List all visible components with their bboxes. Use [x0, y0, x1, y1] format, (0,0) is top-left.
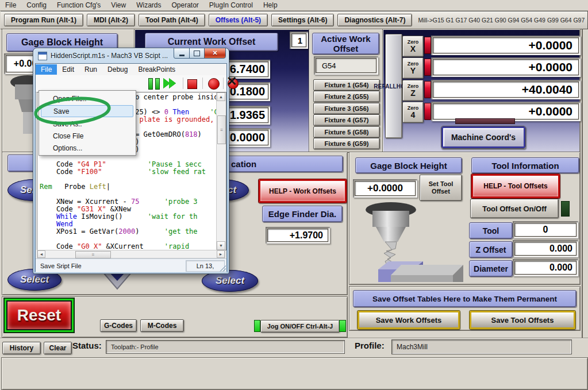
set-tool-offset-button[interactable]: Set Tool Offset [420, 175, 462, 201]
edge-finder-dia-dro[interactable]: +1.9700 [266, 227, 330, 244]
dialog-menu-debug[interactable]: Debug [102, 64, 133, 75]
machine-coords-button[interactable]: Machine Coord's [441, 126, 526, 149]
save-annotation-circle [31, 95, 117, 127]
pause-icon[interactable] [148, 78, 160, 90]
help-work-offsets-button[interactable]: HELP - Work Offsets [259, 179, 347, 203]
4-axis-led [424, 103, 431, 120]
jog-led-right [339, 320, 346, 332]
dialog-menu-run[interactable]: Run [79, 64, 102, 75]
status-label: Status: [72, 341, 102, 350]
abort-icon[interactable]: ✕ [226, 77, 239, 90]
tool-offset-toggle-button[interactable]: Tool Offset On/Off [470, 199, 559, 218]
zero-y-button[interactable]: ZeroY [402, 57, 424, 79]
scroll-left-icon[interactable]: ◄ [37, 250, 45, 258]
menu-view[interactable]: View [106, 1, 131, 9]
horizontal-scroll-thumb[interactable]: ≡ [75, 251, 111, 258]
fixture-2-button[interactable]: Fixture 2 (G55) [313, 91, 380, 102]
dialog-client-area: File Edit Run Debug BreakPoints ✕ [35, 63, 227, 272]
menu-config[interactable]: Config [21, 1, 52, 9]
machine-coords-led-bar [455, 118, 515, 124]
fixture-3-button[interactable]: Fixture 3 (G56) [313, 103, 380, 114]
scroll-down-icon[interactable]: ▼ [217, 241, 225, 250]
x-axis-led [424, 37, 431, 54]
work-offset-index-box[interactable]: 1 [290, 32, 308, 49]
menu-item-close-file[interactable]: Close File [41, 130, 133, 142]
gage-tool-panel: Gage Block Height +0.0000 Set Tool Offse… [349, 152, 581, 285]
edge-finder-dia-header: Edge Finder Dia. [262, 206, 343, 222]
editor-horizontal-scrollbar[interactable]: ◄ ≡ ► [37, 250, 225, 258]
ref-all-home-button[interactable]: REFALLHOME [385, 34, 402, 138]
vertical-scroll-thumb[interactable]: ≡ [217, 115, 226, 144]
mach3-offsets-screen: File Config Function Cfg's View Wizards … [0, 0, 588, 390]
diameter-dro[interactable]: 0.000 [513, 259, 578, 276]
z-axis-led [424, 81, 431, 98]
status-value-field: Toolpath:- Profile [106, 340, 345, 354]
fixture-1-button[interactable]: Fixture 1 (G54) [313, 79, 380, 91]
dialog-menu-edit[interactable]: Edit [57, 64, 79, 75]
fixture-4-button[interactable]: Fixture 4 (G57) [313, 114, 380, 126]
gcodes-button[interactable]: G-Codes [100, 319, 137, 332]
tab-offsets[interactable]: Offsets (Alt-5) [209, 14, 268, 26]
gage-block-dro[interactable]: +0.0000 [353, 179, 417, 198]
save-offsets-panel: Save Offset Tables Here to Make Them Per… [349, 286, 581, 331]
tool-offset-led [561, 201, 570, 217]
script-window-icon [38, 52, 47, 60]
z-axis-dro[interactable]: +40.0040 [431, 80, 581, 99]
tab-tool-path[interactable]: Tool Path (Alt-4) [139, 14, 205, 26]
status-band: History Clear Status: Toolpath:- Profile… [0, 338, 588, 357]
menu-item-options[interactable]: Options... [41, 142, 133, 154]
scroll-up-icon[interactable]: ▲ [217, 92, 225, 101]
dialog-title: HiddenScript.m1s - Mach3 VB Scipt ... [51, 52, 168, 60]
reset-button[interactable]: Reset [6, 300, 72, 330]
tab-diagnostics[interactable]: Diagnostics (Alt-7) [337, 14, 412, 26]
zero-x-button[interactable]: ZeroX [402, 36, 424, 57]
menu-help[interactable]: Help [258, 1, 283, 9]
tab-mdi[interactable]: MDI (Alt-2) [87, 14, 135, 26]
menu-operator[interactable]: Operator [167, 1, 204, 9]
tab-program-run[interactable]: Program Run (Alt-1) [4, 14, 83, 26]
clear-button[interactable]: Clear [44, 342, 72, 354]
history-button[interactable]: History [2, 342, 41, 354]
menu-wizards[interactable]: Wizards [131, 1, 166, 9]
vb-script-editor-dialog[interactable]: HiddenScript.m1s - Mach3 VB Scipt ... ✕ … [33, 48, 229, 274]
zero-z-button[interactable]: ZeroZ [402, 80, 424, 101]
tool-number-label: Tool [469, 222, 513, 239]
zero-4-button[interactable]: Zero4 [402, 102, 424, 123]
editor-vertical-scrollbar[interactable]: ▲ ≡ ▼ [216, 92, 226, 250]
reset-panel: Reset G-Codes M-Codes Jog ON/OFF Ctrl-Al… [2, 296, 348, 338]
minimize-icon[interactable] [174, 48, 190, 59]
tool-number-dro[interactable]: 0 [513, 221, 578, 238]
save-tool-offsets-button[interactable]: Save Tool Offsets [470, 311, 575, 329]
jog-toggle-button[interactable]: Jog ON/OFF Ctrl-Alt-J [260, 320, 340, 333]
z-offset-dro[interactable]: 0.000 [513, 240, 578, 257]
dialog-menu-file[interactable]: File [36, 64, 57, 75]
mcodes-button[interactable]: M-Codes [140, 319, 184, 332]
app-menu-bar: File Config Function Cfg's View Wizards … [0, 0, 588, 11]
menu-function-cfgs[interactable]: Function Cfg's [52, 1, 106, 9]
dialog-menu-breakpoints[interactable]: BreakPoints [133, 64, 180, 75]
save-work-offsets-button[interactable]: Save Work Offsets [358, 311, 460, 329]
scroll-right-icon[interactable]: ► [217, 250, 225, 258]
maximize-icon[interactable] [189, 48, 205, 59]
menu-file[interactable]: File [0, 1, 21, 9]
gage-block-height-header: Gage Block Height [355, 157, 462, 173]
x-axis-dro[interactable]: +0.0000 [431, 36, 581, 55]
tab-settings[interactable]: Settings (Alt-6) [271, 14, 334, 26]
drill-tool-graphic [355, 202, 464, 282]
y-axis-dro[interactable]: +0.0000 [431, 57, 581, 77]
bottom-empty-panel [1, 357, 588, 390]
menu-plugin-control[interactable]: PlugIn Control [204, 1, 258, 9]
profile-label: Profile: [355, 341, 385, 350]
dialog-status-bar: Save Sript File Ln 13, [36, 258, 226, 272]
help-tool-offsets-button[interactable]: HELP - Tool Offsets [471, 174, 560, 198]
window-right-edge [582, 29, 583, 339]
stop-icon[interactable] [187, 79, 197, 89]
run-icon[interactable] [163, 78, 176, 88]
machine-dro-panel: REFALLHOME ZeroX +0.0000 ZeroY +0.0000 Z… [382, 29, 581, 153]
fixture-5-button[interactable]: Fixture 5 (G58) [313, 126, 380, 138]
record-icon[interactable] [208, 78, 220, 90]
active-gcode-modals: Mill->G15 G1 G17 G40 G21 G90 G94 G54 G49… [418, 17, 585, 24]
fixture-6-button[interactable]: Fixture 6 (G59) [313, 138, 380, 149]
close-icon[interactable]: ✕ [204, 48, 226, 59]
dialog-status-text: Save Sript File [40, 262, 82, 269]
